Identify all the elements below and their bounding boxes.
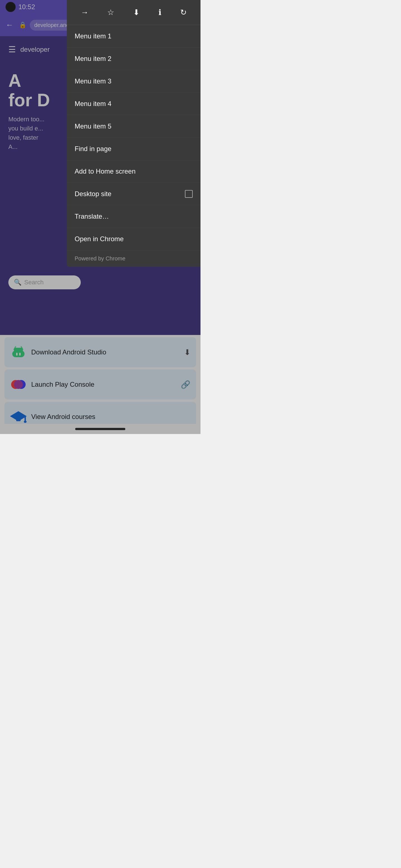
menu-footer: Powered by Chrome bbox=[67, 250, 200, 267]
refresh-button[interactable]: ↻ bbox=[178, 6, 189, 19]
desktop-site-checkbox[interactable] bbox=[185, 190, 193, 198]
menu-item-4[interactable]: Menu item 4 bbox=[67, 93, 200, 115]
menu-item-1[interactable]: Menu item 1 bbox=[67, 25, 200, 48]
menu-toolbar: → ☆ ⬇ ℹ ↻ bbox=[67, 0, 200, 25]
add-to-home-screen-item[interactable]: Add to Home screen bbox=[67, 160, 200, 183]
open-in-chrome-item[interactable]: Open in Chrome bbox=[67, 228, 200, 250]
find-in-page-item[interactable]: Find in page bbox=[67, 138, 200, 160]
forward-button[interactable]: → bbox=[79, 6, 91, 19]
menu-item-3[interactable]: Menu item 3 bbox=[67, 70, 200, 93]
menu-item-5[interactable]: Menu item 5 bbox=[67, 115, 200, 138]
download-button[interactable]: ⬇ bbox=[131, 6, 142, 19]
desktop-site-item[interactable]: Desktop site bbox=[67, 183, 200, 205]
menu-item-2[interactable]: Menu item 2 bbox=[67, 48, 200, 70]
bookmark-button[interactable]: ☆ bbox=[105, 6, 116, 19]
translate-item[interactable]: Translate… bbox=[67, 205, 200, 228]
info-button[interactable]: ℹ bbox=[156, 6, 164, 19]
dropdown-menu: → ☆ ⬇ ℹ ↻ Menu item 1 Menu item 2 Menu i… bbox=[67, 0, 200, 267]
